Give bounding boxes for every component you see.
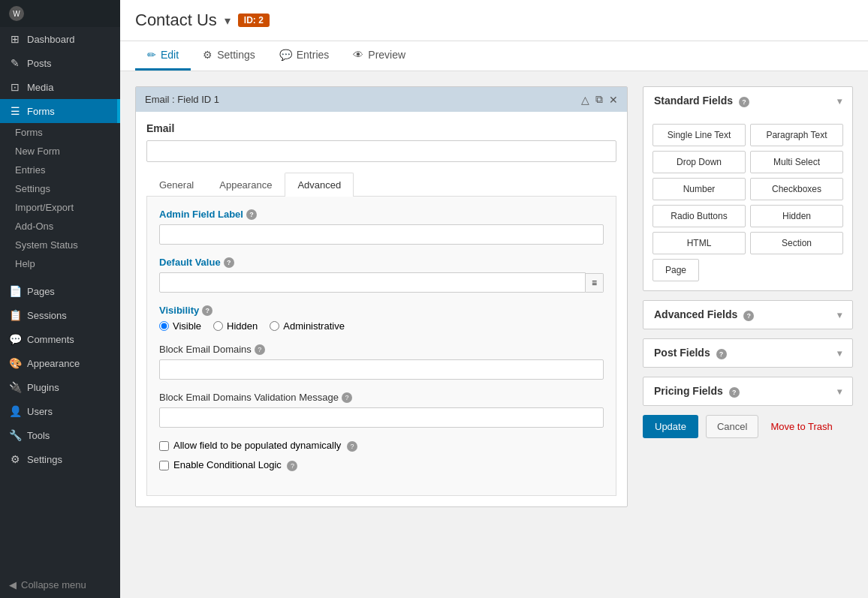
sidebar-item-appearance[interactable]: 🎨 Appearance xyxy=(0,351,120,375)
advanced-fields-help-icon[interactable]: ? xyxy=(743,311,754,321)
sidebar-item-tools[interactable]: 🔧 Tools xyxy=(0,423,120,447)
visibility-text: Visibility xyxy=(159,305,199,316)
page-title: Contact Us xyxy=(135,11,217,30)
sidebar-item-forms[interactable]: ☰ Forms xyxy=(0,99,120,123)
pricing-fields-header[interactable]: Pricing Fields ? ▾ xyxy=(643,377,852,405)
field-btn-number[interactable]: Number xyxy=(653,178,746,200)
sub-tab-advanced[interactable]: Advanced xyxy=(285,173,354,197)
sidebar-item-pages[interactable]: 📄 Pages xyxy=(0,279,120,303)
field-close-icon[interactable]: ✕ xyxy=(609,94,618,106)
field-btn-section[interactable]: Section xyxy=(750,232,843,254)
standard-fields-chevron-icon: ▾ xyxy=(837,96,842,107)
advanced-fields-chevron-icon: ▾ xyxy=(837,310,842,320)
sidebar-subitem-add-ons[interactable]: Add-Ons xyxy=(0,217,120,236)
field-expand-icon[interactable]: △ xyxy=(581,94,589,106)
title-chevron-icon[interactable]: ▾ xyxy=(225,14,231,28)
sidebar-subitem-import-export[interactable]: Import/Export xyxy=(0,198,120,217)
block-validation-help-icon[interactable]: ? xyxy=(342,392,352,403)
tab-settings[interactable]: ⚙ Settings xyxy=(191,41,267,71)
sidebar-item-comments[interactable]: 💬 Comments xyxy=(0,327,120,351)
default-value-input[interactable] xyxy=(159,272,586,293)
sidebar-item-settings-main[interactable]: ⚙ Settings xyxy=(0,447,120,471)
sidebar-item-media[interactable]: ⊡ Media xyxy=(0,75,120,99)
field-card-body: Email General Appearance Advanced xyxy=(136,112,627,506)
default-value-help-icon[interactable]: ? xyxy=(224,257,234,268)
admin-field-label-heading: Admin Field Label ? xyxy=(159,209,604,220)
visibility-hidden-option[interactable]: Hidden xyxy=(213,320,258,332)
visibility-administrative-option[interactable]: Administrative xyxy=(270,320,345,332)
sidebar-sub-label: Add-Ons xyxy=(15,221,53,232)
visibility-help-icon[interactable]: ? xyxy=(202,305,212,316)
tab-preview[interactable]: 👁 Preview xyxy=(341,41,417,71)
visibility-visible-radio[interactable] xyxy=(159,321,169,331)
sessions-icon: 📋 xyxy=(9,309,21,321)
sidebar-sub-label: Settings xyxy=(15,183,50,194)
block-validation-text: Block Email Domains Validation Message xyxy=(159,392,339,403)
collapse-icon: ◀ xyxy=(9,579,17,590)
sidebar-item-posts[interactable]: ✎ Posts xyxy=(0,51,120,75)
pricing-fields-help-icon[interactable]: ? xyxy=(729,387,740,398)
post-fields-header[interactable]: Post Fields ? ▾ xyxy=(643,339,852,367)
standard-fields-grid: Single Line Text Paragraph Text Drop Dow… xyxy=(653,124,843,281)
visibility-administrative-radio[interactable] xyxy=(270,321,279,331)
update-button[interactable]: Update xyxy=(643,415,698,438)
field-btn-page[interactable]: Page xyxy=(653,259,699,281)
checkbox-conditional-option[interactable]: Enable Conditional Logic ? xyxy=(159,459,604,471)
sidebar-item-label: Tools xyxy=(27,430,50,441)
sidebar-subitem-new-form[interactable]: New Form xyxy=(0,142,120,161)
standard-fields-title: Standard Fields ? xyxy=(654,95,749,107)
preview-tab-icon: 👁 xyxy=(353,49,363,61)
admin-field-label-help-icon[interactable]: ? xyxy=(246,209,257,220)
post-fields-chevron-icon: ▾ xyxy=(837,348,842,359)
checkbox2-help-icon[interactable]: ? xyxy=(287,461,297,471)
default-value-picker-btn[interactable]: ≡ xyxy=(586,273,604,293)
standard-fields-help-icon[interactable]: ? xyxy=(739,97,749,107)
email-field-preview-input[interactable] xyxy=(146,140,616,162)
sidebar-item-sessions[interactable]: 📋 Sessions xyxy=(0,303,120,327)
standard-fields-header[interactable]: Standard Fields ? ▾ xyxy=(643,87,852,115)
sidebar-item-dashboard[interactable]: ⊞ Dashboard xyxy=(0,27,120,51)
field-duplicate-icon[interactable]: ⧉ xyxy=(595,93,603,106)
advanced-fields-header[interactable]: Advanced Fields ? ▾ xyxy=(643,301,852,329)
sidebar-subitem-forms-list[interactable]: Forms xyxy=(0,123,120,142)
post-fields-help-icon[interactable]: ? xyxy=(716,349,727,359)
field-btn-checkboxes[interactable]: Checkboxes xyxy=(750,178,843,200)
sidebar-logo: W xyxy=(0,0,120,27)
main-area: Contact Us ▾ ID: 2 ✏ Edit ⚙ Settings 💬 E… xyxy=(120,0,868,598)
field-btn-single-line-text[interactable]: Single Line Text xyxy=(653,124,746,146)
field-btn-hidden[interactable]: Hidden xyxy=(750,205,843,227)
admin-field-label-input[interactable] xyxy=(159,224,604,245)
field-btn-radio-buttons[interactable]: Radio Buttons xyxy=(653,205,746,227)
sidebar-subitem-help[interactable]: Help xyxy=(0,254,120,273)
sidebar-subitem-settings[interactable]: Settings xyxy=(0,179,120,198)
sidebar-subitem-system-status[interactable]: System Status xyxy=(0,236,120,254)
field-btn-drop-down[interactable]: Drop Down xyxy=(653,151,746,173)
visibility-hidden-radio[interactable] xyxy=(213,321,223,331)
field-btn-html[interactable]: HTML xyxy=(653,232,746,254)
sidebar-sub-label: New Form xyxy=(15,146,60,157)
sub-tab-general[interactable]: General xyxy=(146,173,206,197)
visibility-administrative-label: Administrative xyxy=(283,320,345,332)
tab-edit[interactable]: ✏ Edit xyxy=(135,41,191,71)
move-to-trash-button[interactable]: Move to Trash xyxy=(770,421,832,432)
checkbox-dynamic-option[interactable]: Allow field to be populated dynamically … xyxy=(159,440,604,452)
field-btn-paragraph-text[interactable]: Paragraph Text xyxy=(750,124,843,146)
block-email-domains-help-icon[interactable]: ? xyxy=(255,344,265,355)
checkbox-conditional-input[interactable] xyxy=(159,461,169,470)
block-email-domains-input[interactable] xyxy=(159,359,604,380)
block-validation-input[interactable] xyxy=(159,407,604,428)
sidebar-item-users[interactable]: 👤 Users xyxy=(0,399,120,423)
sidebar-item-label: Users xyxy=(27,406,53,417)
sub-tab-appearance[interactable]: Appearance xyxy=(206,173,285,197)
users-icon: 👤 xyxy=(9,405,21,417)
field-btn-multi-select[interactable]: Multi Select xyxy=(750,151,843,173)
sidebar-item-plugins[interactable]: 🔌 Plugins xyxy=(0,375,120,399)
checkbox-dynamic-input[interactable] xyxy=(159,441,169,451)
checkbox1-help-icon[interactable]: ? xyxy=(347,441,357,452)
visibility-visible-option[interactable]: Visible xyxy=(159,320,201,332)
cancel-button[interactable]: Cancel xyxy=(706,415,758,438)
collapse-menu[interactable]: ◀ Collapse menu xyxy=(0,572,120,598)
tab-entries[interactable]: 💬 Entries xyxy=(267,41,342,71)
checkbox-group: Allow field to be populated dynamically … xyxy=(159,440,604,471)
sidebar-subitem-entries[interactable]: Entries xyxy=(0,161,120,179)
